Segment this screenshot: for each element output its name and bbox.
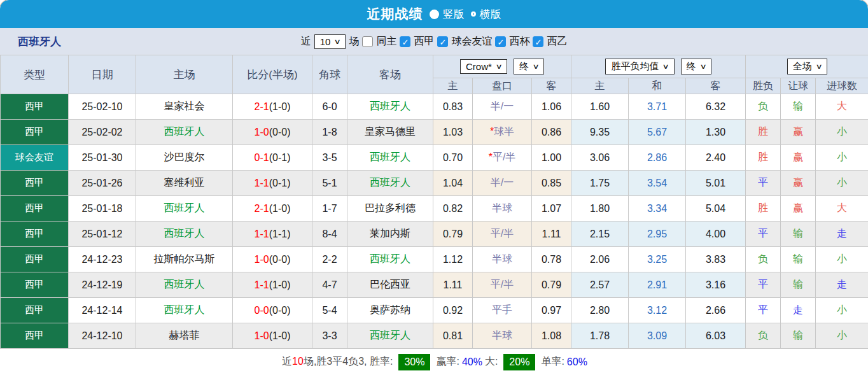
wdl-result: 平 [746, 222, 781, 247]
away-team[interactable]: 奥萨苏纳 [347, 298, 433, 323]
layout-radio-horizontal-label[interactable]: 横版 [480, 7, 501, 22]
crown-away-odds: 1.06 [532, 94, 571, 120]
draw-odds: 3.54 [629, 171, 686, 196]
type-badge: 西甲 [1, 323, 69, 349]
handicap-win-label: 赢率: [436, 355, 459, 369]
bookmaker-select[interactable]: Crow* ∨ [460, 59, 507, 74]
win-odds: 1.75 [571, 171, 629, 196]
home-team[interactable]: 西班牙人 [136, 222, 233, 247]
goals-result: 小 [816, 171, 868, 196]
match-date: 25-01-12 [69, 222, 136, 247]
chevron-down-icon: ∨ [815, 62, 822, 71]
league-checkbox-2[interactable]: ✓ [495, 36, 506, 47]
subcol-wdl: 胜负 [746, 78, 781, 94]
team-name: 西班牙人 [18, 28, 61, 55]
subcol-crown-away: 客 [532, 78, 571, 94]
score: 1-0(0-0) [233, 120, 312, 145]
home-team[interactable]: 西班牙人 [136, 120, 233, 145]
home-team[interactable]: 西班牙人 [136, 272, 233, 298]
wdl-result: 胜 [746, 196, 781, 222]
league-label-2: 西杯 [509, 35, 529, 48]
match-row: 西甲25-01-12西班牙人1-1(1-1)8-4莱加内斯0.79平/半1.11… [1, 222, 868, 247]
handicap-time-select[interactable]: 终 ∨ [514, 59, 544, 74]
home-team[interactable]: 西班牙人 [136, 298, 233, 323]
handicap: 半/一 [473, 94, 532, 120]
corners: 4-7 [312, 272, 347, 298]
league-checkbox-3[interactable]: ✓ [533, 36, 543, 47]
corners: 5-4 [312, 298, 347, 323]
handicap-result: 输 [781, 94, 816, 120]
home-team[interactable]: 拉斯帕尔马斯 [136, 247, 233, 272]
layout-radio-horizontal[interactable] [471, 11, 476, 17]
match-row: 西甲25-02-10皇家社会2-1(1-0)6-0西班牙人0.83半/一1.06… [1, 94, 868, 120]
handicap-result: 赢 [781, 196, 816, 222]
handicap: 半/一 [473, 171, 532, 196]
handicap-group-header: Crow* ∨ 终 ∨ [433, 55, 571, 78]
home-team[interactable]: 沙巴度尔 [136, 145, 233, 171]
away-team[interactable]: 巴伦西亚 [347, 272, 433, 298]
win-odds: 2.57 [571, 272, 629, 298]
odds-type-select[interactable]: 胜平负均值 ∨ [605, 59, 674, 74]
score: 1-0(1-0) [233, 323, 312, 349]
match-row: 西甲24-12-19西班牙人1-1(1-0)4-7巴伦西亚1.11平/半0.79… [1, 272, 868, 298]
match-date: 24-12-10 [69, 323, 136, 349]
type-badge: 西甲 [1, 272, 69, 298]
away-team[interactable]: 西班牙人 [347, 247, 433, 272]
wdl-result: 胜 [746, 120, 781, 145]
away-team[interactable]: 西班牙人 [347, 145, 433, 171]
layout-radio-vertical-group: 竖版 [430, 7, 465, 22]
home-team[interactable]: 赫塔菲 [136, 323, 233, 349]
same-home-checkbox[interactable] [362, 36, 373, 47]
score: 1-0(0-0) [233, 247, 312, 272]
corners: 5-1 [312, 171, 347, 196]
single-label: 单率: [541, 355, 564, 369]
league-checkbox-1[interactable]: ✓ [437, 36, 448, 47]
goals-result: 大 [816, 196, 868, 222]
handicap: 平/半 [473, 272, 532, 298]
away-team[interactable]: 巴拉多利德 [347, 196, 433, 222]
goals-result: 小 [816, 247, 868, 272]
away-team[interactable]: 西班牙人 [347, 94, 433, 120]
league-label-3: 西乙 [547, 35, 567, 48]
scope-select[interactable]: 全场 ∨ [787, 59, 827, 74]
away-team[interactable]: 西班牙人 [347, 323, 433, 349]
crown-home-odds: 1.04 [433, 171, 473, 196]
draw-odds: 3.09 [629, 323, 686, 349]
layout-radio-vertical-label[interactable]: 竖版 [443, 7, 465, 22]
layout-radio-vertical[interactable] [430, 10, 439, 19]
subcol-goals: 进球数 [816, 78, 868, 94]
goals-result: 大 [816, 94, 868, 120]
corners: 3-5 [312, 145, 347, 171]
away-team[interactable]: 西班牙人 [347, 171, 433, 196]
lose-odds: 4.00 [686, 222, 746, 247]
type-badge: 西甲 [1, 222, 69, 247]
home-team[interactable]: 西班牙人 [136, 196, 233, 222]
filter-bar: 西班牙人 近 10 ∨ 场 同主 ✓ 西甲 ✓ 球会友谊 ✓ 西杯 ✓ 西乙 [0, 28, 868, 55]
single-pct: 60% [567, 356, 587, 368]
crown-away-odds: 0.97 [532, 298, 571, 323]
corners: 1-7 [312, 196, 347, 222]
type-badge: 西甲 [1, 196, 69, 222]
league-checkbox-0[interactable]: ✓ [400, 36, 410, 47]
chevron-down-icon: ∨ [699, 62, 706, 71]
type-badge: 球会友谊 [1, 145, 69, 171]
crown-home-odds: 0.82 [433, 196, 473, 222]
col-header-away: 客场 [347, 55, 433, 94]
chevron-down-icon: ∨ [532, 62, 539, 71]
match-date: 25-02-02 [69, 120, 136, 145]
odds-group-header: 胜平负均值 ∨ 终 ∨ [571, 55, 746, 78]
lose-odds: 5.01 [686, 171, 746, 196]
match-count-value: 10 [320, 36, 331, 47]
goals-result: 小 [816, 145, 868, 171]
crown-home-odds: 0.79 [433, 222, 473, 247]
goals-result: 走 [816, 272, 868, 298]
col-header-corners: 角球 [312, 55, 347, 94]
odds-time-select[interactable]: 终 ∨ [681, 59, 711, 74]
match-count-select[interactable]: 10 ∨ [314, 34, 346, 49]
wdl-result: 胜 [746, 145, 781, 171]
home-team[interactable]: 皇家社会 [136, 94, 233, 120]
handicap-time-select-value: 终 [519, 60, 529, 73]
away-team[interactable]: 莱加内斯 [347, 222, 433, 247]
away-team[interactable]: 皇家马德里 [347, 120, 433, 145]
home-team[interactable]: 塞维利亚 [136, 171, 233, 196]
